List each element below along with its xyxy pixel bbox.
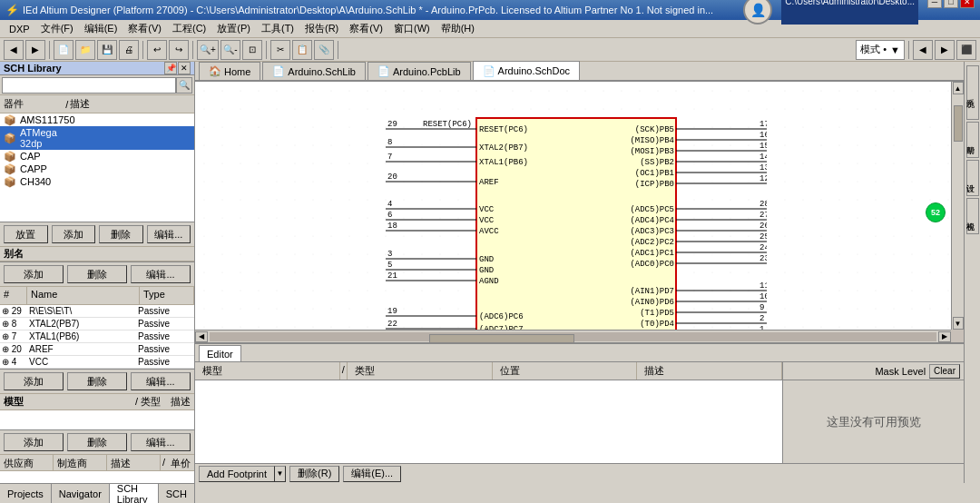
toolbar-nav-back[interactable]: ◀	[913, 40, 933, 60]
edit-model-button[interactable]: 编辑...	[131, 433, 191, 451]
menu-window[interactable]: 窗口(W)	[388, 20, 436, 37]
svg-text:RESET(PC6): RESET(PC6)	[479, 125, 528, 134]
tab-home[interactable]: 🏠 Home	[199, 62, 260, 80]
tab-schdoc[interactable]: 📄 Arduino.SchDoc	[473, 61, 581, 80]
menu-place[interactable]: 放置(P)	[211, 20, 256, 37]
tab-projects[interactable]: Projects	[0, 484, 52, 503]
add-alias-button[interactable]: 添加	[4, 265, 64, 283]
toolbar-btn-1[interactable]: ◀	[4, 40, 24, 60]
menu-view2[interactable]: 察看(V)	[344, 20, 388, 37]
toolbar-btn-fit[interactable]: ⊡	[242, 40, 262, 60]
toolbar-btn-2[interactable]: ▶	[25, 40, 45, 60]
comp-row-capp[interactable]: 📦 CAPP	[0, 163, 194, 175]
horizontal-scrollbar[interactable]: ◀ ▶	[195, 330, 951, 342]
delete-footprint-button[interactable]: 删除(R)	[289, 466, 339, 482]
delete-comp-button[interactable]: 删除	[99, 225, 143, 243]
comp-row-ch340[interactable]: 📦 CH340	[0, 175, 194, 188]
tab-pcblib[interactable]: 📄 Arduino.PcbLib	[368, 62, 471, 80]
svg-text:29: 29	[387, 120, 397, 129]
toolbar-sep-4	[266, 41, 267, 59]
pin-row-29[interactable]: ⊕ 29 R\E\S\E\T\ Passive	[0, 305, 194, 318]
tab-navigator[interactable]: Navigator	[52, 484, 110, 503]
tab-schlib[interactable]: 📄 Arduino.SchLib	[262, 62, 366, 80]
pin-type-20: Passive	[138, 344, 192, 354]
delete-model-button[interactable]: 删除	[67, 433, 127, 451]
close-button[interactable]: ✕	[960, 0, 975, 8]
add-model-button[interactable]: 添加	[4, 433, 64, 451]
add-pin-button[interactable]: 添加	[4, 372, 64, 390]
menu-tools[interactable]: 工具(T)	[256, 20, 299, 37]
bottom-tab-editor[interactable]: Editor	[199, 345, 241, 361]
menu-reports[interactable]: 报告(R)	[299, 20, 344, 37]
toolbar-btn-zoom-in[interactable]: 🔍+	[197, 40, 219, 60]
toolbar-btn-cut[interactable]: ✂	[270, 40, 290, 60]
avatar[interactable]: 👤	[743, 0, 772, 25]
scroll-left-button[interactable]: ◀	[195, 331, 208, 342]
menu-project[interactable]: 工程(C)	[167, 20, 211, 37]
place-button[interactable]: 放置	[4, 225, 48, 243]
maximize-button[interactable]: □	[944, 0, 958, 8]
add-footprint-button[interactable]: Add Footprint	[199, 466, 275, 482]
h-scroll-thumb[interactable]	[429, 334, 574, 343]
add-comp-button[interactable]: 添加	[52, 225, 96, 243]
clear-button[interactable]: Clear	[929, 364, 960, 379]
toolbar-nav-home[interactable]: ⬛	[956, 40, 976, 60]
toolbar-btn-5[interactable]: 💾	[97, 40, 117, 60]
svg-text:(ADC6)PC6: (ADC6)PC6	[479, 312, 524, 321]
scroll-down-button[interactable]: ▼	[953, 317, 964, 330]
toolbar-btn-redo[interactable]: ↪	[169, 40, 189, 60]
menu-file[interactable]: 文件(F)	[35, 20, 79, 37]
toolbar-nav-fwd[interactable]: ▶	[935, 40, 955, 60]
toolbar-btn-3[interactable]: 📄	[54, 40, 74, 60]
delete-alias-button[interactable]: 删除	[67, 265, 127, 283]
pins-list: ⊕ 29 R\E\S\E\T\ Passive ⊕ 8 XTAL2(PB7) P…	[0, 305, 194, 370]
svg-text:(ADC0)PC0: (ADC0)PC0	[630, 260, 674, 269]
comp-row-atmega[interactable]: 📦 ATMega 32dp	[0, 126, 194, 150]
toolbar-btn-6[interactable]: 🖨	[119, 40, 139, 60]
toolbar-btn-undo[interactable]: ↩	[147, 40, 167, 60]
svg-text:6: 6	[387, 211, 392, 220]
vertical-scrollbar[interactable]: ▲ ▼	[951, 82, 964, 330]
minimize-button[interactable]: ─	[927, 0, 942, 8]
pin-row-4[interactable]: ⊕ 4 VCC Passive	[0, 356, 194, 369]
v-scroll-thumb[interactable]	[954, 105, 963, 142]
delete-pin-button[interactable]: 删除	[67, 372, 127, 390]
menu-edit[interactable]: 编辑(E)	[79, 20, 123, 37]
pin-row-7[interactable]: ⊕ 7 XTAL1(PB6) Passive	[0, 330, 194, 343]
menu-view[interactable]: 察看(V)	[122, 20, 167, 37]
comp-action-row: 放置 添加 删除 编辑...	[0, 222, 194, 247]
edit-alias-button[interactable]: 编辑...	[131, 265, 191, 283]
panel-resize-handle[interactable]	[976, 0, 980, 503]
toolbar-btn-copy[interactable]: 📋	[292, 40, 312, 60]
svg-text:27: 27	[760, 211, 767, 220]
scroll-up-button[interactable]: ▲	[953, 82, 964, 94]
tab-sch-library[interactable]: SCH Library	[110, 484, 159, 503]
svg-text:AGND: AGND	[479, 277, 499, 286]
edit-pin-button[interactable]: 编辑...	[131, 372, 191, 390]
pin-row-20[interactable]: ⊕ 20 AREF Passive	[0, 343, 194, 356]
svg-text:9: 9	[760, 303, 764, 312]
comp-row-ams[interactable]: 📦 AMS111750	[0, 113, 194, 126]
comp-name-ch340: CH340	[20, 176, 77, 187]
panel-close-btn[interactable]: ✕	[178, 62, 191, 74]
green-indicator-button[interactable]: 52	[926, 202, 946, 222]
tab-sch[interactable]: SCH	[159, 484, 195, 503]
menu-dxp[interactable]: DXP	[4, 22, 35, 36]
edit-footprint-button[interactable]: 编辑(E)...	[343, 466, 401, 482]
search-button[interactable]: 🔍	[176, 77, 192, 94]
toolbar-btn-paste[interactable]: 📎	[314, 40, 334, 60]
edit-comp-button[interactable]: 编辑...	[147, 225, 191, 243]
canvas-area[interactable]: RESET(PC6) 29 RESET(PC6) 8 XTAL2(PB7) 7 …	[195, 82, 964, 342]
comp-row-cap[interactable]: 📦 CAP	[0, 150, 194, 163]
toolbar-btn-zoom-out[interactable]: 🔍-	[220, 40, 240, 60]
panel-pin-btn[interactable]: 📌	[164, 62, 177, 74]
add-footprint-arrow[interactable]: ▼	[275, 466, 286, 482]
pin-type-4: Passive	[138, 357, 192, 367]
pin-row-8[interactable]: ⊕ 8 XTAL2(PB7) Passive	[0, 318, 194, 330]
search-input[interactable]	[2, 77, 176, 94]
mode-dropdown[interactable]: 模式 • ▼	[856, 40, 905, 60]
toolbar-btn-4[interactable]: 📁	[75, 40, 95, 60]
menu-help[interactable]: 帮助(H)	[436, 20, 480, 37]
svg-text:18: 18	[387, 222, 397, 231]
scroll-right-button[interactable]: ▶	[938, 331, 951, 342]
